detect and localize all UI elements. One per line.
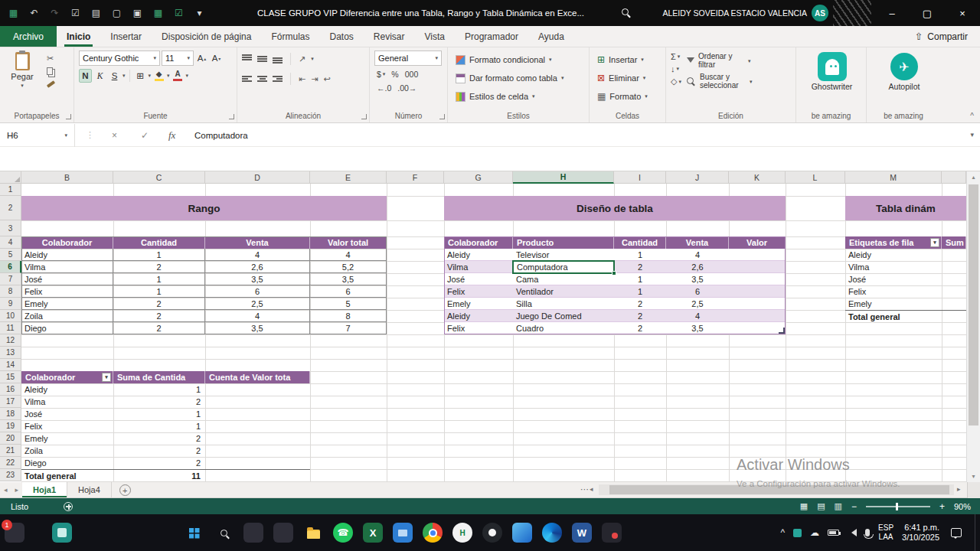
start-icon[interactable] (184, 523, 204, 543)
browser-profile-icon[interactable]: H (452, 523, 472, 543)
dark-circle-app-icon[interactable] (482, 523, 502, 543)
zoom-slider-thumb[interactable] (896, 503, 898, 510)
collapse-ribbon-icon[interactable]: ^ (970, 112, 974, 120)
autopilot-button[interactable]: ✈ Autopilot (867, 47, 940, 111)
row-header-5[interactable]: 5 (0, 249, 21, 261)
search-icon[interactable] (622, 8, 632, 18)
currency-format-icon[interactable]: $▾ (374, 70, 387, 79)
cell-J8[interactable]: 6 (666, 285, 729, 298)
filter-dropdown-icon[interactable]: ▾ (102, 373, 111, 382)
row-header-8[interactable]: 8 (0, 285, 21, 298)
cell-D11[interactable]: 3,5 (205, 322, 310, 334)
cell-B10[interactable]: Zoila (21, 310, 113, 322)
row-header-9[interactable]: 9 (0, 298, 21, 310)
fill-color-icon[interactable]: ◆ (152, 70, 165, 81)
cell-B23[interactable]: Total general (21, 469, 113, 481)
cell-D8[interactable]: 6 (205, 285, 310, 298)
font-name-select[interactable]: Century Gothic▾ (79, 51, 160, 66)
column-header-J[interactable]: J (666, 171, 729, 184)
orientation-icon[interactable]: ↗ (299, 54, 305, 64)
cell-K8[interactable] (729, 285, 786, 298)
cell-K5[interactable] (729, 249, 786, 261)
borders-dropdown-icon[interactable]: ▾ (149, 73, 152, 79)
align-middle-icon[interactable] (257, 54, 267, 64)
cell-J5[interactable]: 4 (666, 249, 729, 261)
underline-button[interactable]: S (108, 69, 121, 83)
cell-C6[interactable]: 2 (113, 261, 205, 273)
cell-H8[interactable]: Ventilador (513, 285, 614, 298)
vertical-scrollbar[interactable]: ▴ ▾ (966, 171, 980, 482)
window-icon[interactable]: ▢ (111, 8, 122, 18)
cell-E10[interactable]: 8 (310, 310, 387, 322)
cell-H9[interactable]: Silla (513, 298, 614, 310)
chrome-icon[interactable] (423, 523, 443, 543)
dialog-launcher-icon[interactable] (66, 114, 71, 119)
increase-indent-icon[interactable]: ⇥ (311, 74, 318, 84)
tab-revisar[interactable]: Revisar (364, 26, 415, 47)
redo-icon[interactable]: ↷ (49, 8, 60, 18)
row-header-1[interactable]: 1 (0, 184, 21, 196)
row-header-18[interactable]: 18 (0, 408, 21, 420)
dinamica-rows-header-cell[interactable]: Etiquetas de fila▾ (845, 236, 942, 249)
grow-font-icon[interactable]: A▴ (195, 51, 208, 65)
cell-C16[interactable]: 1 (113, 383, 205, 396)
tray-app-icon[interactable] (793, 529, 802, 537)
sheet-nav-right-icon[interactable]: ▸ (11, 482, 23, 497)
align-top-icon[interactable] (242, 54, 252, 64)
minimize-button[interactable]: – (874, 0, 910, 26)
paste-button[interactable]: Pegar ▾ (5, 51, 40, 111)
edge-icon[interactable] (542, 523, 562, 543)
sheet-tab-hoja1[interactable]: Hoja1 (22, 482, 67, 497)
column-header-partial[interactable] (942, 171, 966, 184)
column-header-I[interactable]: I (614, 171, 666, 184)
cell-M6[interactable]: Vilma (845, 261, 942, 273)
fill-handle[interactable] (612, 271, 616, 276)
cell-J9[interactable]: 2,5 (666, 298, 729, 310)
whatsapp-icon[interactable]: ☎ (333, 523, 353, 543)
row-header-21[interactable]: 21 (0, 445, 21, 457)
cell-J7[interactable]: 3,5 (666, 273, 729, 285)
horizontal-scrollbar-thumb[interactable] (609, 485, 949, 494)
filter-dropdown-icon[interactable]: ▾ (930, 238, 939, 247)
cell-B7[interactable]: José (21, 273, 113, 285)
row-header-12[interactable]: 12 (0, 334, 21, 347)
cell-C20[interactable]: 2 (113, 432, 205, 445)
worksheet-grid[interactable]: BCDEFGHIJKLM1234567891011121314151617181… (0, 171, 966, 482)
zoom-in-icon[interactable]: + (939, 501, 945, 512)
autosum-button[interactable]: Σ▾ (671, 52, 681, 61)
cell-C10[interactable]: 2 (113, 310, 205, 322)
cell-D5[interactable]: 4 (205, 249, 310, 261)
app-icon-1[interactable] (243, 523, 263, 543)
microphone-icon[interactable] (865, 529, 870, 536)
expand-formula-bar-icon[interactable]: ▾ (970, 131, 974, 139)
accessibility-icon[interactable] (64, 502, 73, 511)
align-left-icon[interactable] (242, 74, 252, 83)
cell-H11[interactable]: Cuadro (513, 322, 614, 334)
cell-M9[interactable]: Emely (845, 298, 942, 310)
cell-H7[interactable]: Cama (513, 273, 614, 285)
close-button[interactable]: × (945, 0, 980, 26)
fill-color-dropdown-icon[interactable]: ▾ (167, 73, 170, 79)
page-break-view-icon[interactable]: ▥ (835, 501, 842, 511)
cell-M5[interactable]: Aleidy (845, 249, 942, 261)
row-header-23[interactable]: 23 (0, 469, 21, 481)
row-header-22[interactable]: 22 (0, 457, 21, 469)
sheet-nav-left-icon[interactable]: ◂ (0, 482, 11, 497)
confirm-entry-icon[interactable]: ✓ (141, 124, 149, 147)
tabla-header-cell[interactable]: Valor (729, 236, 786, 249)
italic-button[interactable]: K (93, 69, 106, 83)
cell-J10[interactable]: 4 (666, 310, 729, 322)
rango-header-cell[interactable]: Colaborador (21, 236, 113, 249)
copy-icon[interactable] (47, 67, 55, 76)
cell-E11[interactable]: 7 (310, 322, 387, 334)
normal-view-icon[interactable]: ▦ (800, 501, 808, 511)
excel-logo-icon[interactable]: ▦ (8, 8, 19, 18)
row-header-17[interactable]: 17 (0, 396, 21, 408)
cell-D9[interactable]: 2,5 (205, 298, 310, 310)
column-header-B[interactable]: B (21, 171, 113, 184)
dialog-launcher-icon[interactable] (361, 114, 367, 119)
share-button[interactable]: ⇧ Compartir (914, 26, 980, 47)
cell-B17[interactable]: Vilma (21, 396, 113, 408)
cell-E8[interactable]: 6 (310, 285, 387, 298)
cell-K11[interactable] (729, 322, 786, 334)
